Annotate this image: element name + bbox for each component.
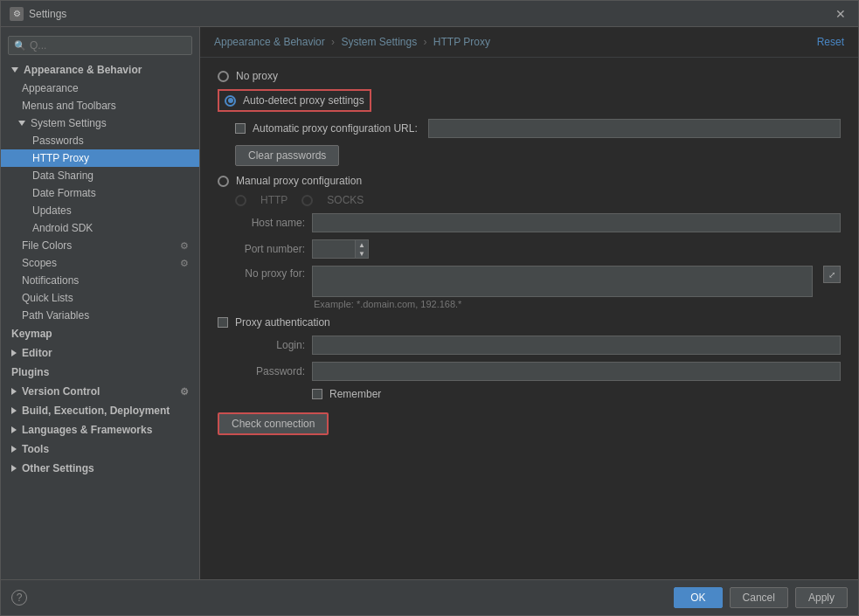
check-connection-row: Check connection [218,412,841,435]
search-input[interactable] [30,39,186,52]
sidebar-item-plugins[interactable]: Plugins [1,363,199,382]
no-proxy-radio[interactable] [218,71,229,82]
sidebar-item-file-colors[interactable]: File Colors ⚙ [1,237,199,254]
ok-button[interactable]: OK [674,587,722,608]
manual-proxy-radio[interactable] [218,176,229,187]
manual-proxy-row: Manual proxy configuration [218,175,841,187]
host-name-label: Host name: [218,217,305,229]
remember-label: Remember [329,388,381,400]
titlebar-left: ⚙ Settings [10,7,66,21]
sidebar-item-notifications[interactable]: Notifications [1,272,199,289]
clear-passwords-row: Clear passwords [218,145,841,166]
example-text: Example: *.domain.com, 192.168.* [218,299,841,309]
sidebar-item-date-formats[interactable]: Date Formats [1,184,199,202]
expand-icon [11,426,17,433]
sidebar-item-http-proxy[interactable]: HTTP Proxy [1,149,199,167]
no-proxy-for-label: No proxy for: [218,266,305,280]
reset-link[interactable]: Reset [817,36,844,48]
proxy-settings-content: No proxy Auto-detect proxy settings Auto… [200,58,858,579]
content-area: 🔍 Appearance & Behavior Appearance Menus… [1,27,858,579]
sidebar-item-appearance-behavior[interactable]: Appearance & Behavior [1,60,199,80]
sidebar-item-editor[interactable]: Editor [1,343,199,363]
spinner-up-button[interactable]: ▲ [356,240,368,249]
sidebar-item-system-settings[interactable]: System Settings [1,114,199,132]
host-name-row: Host name: [218,213,841,232]
sidebar-item-menus-toolbars[interactable]: Menus and Toolbars [1,97,199,114]
breadcrumb-sep1: › [331,36,335,48]
port-spinner: 80 ▲ ▼ [312,239,369,259]
port-number-row: Port number: 80 ▲ ▼ [218,239,841,259]
manual-proxy-label: Manual proxy configuration [236,175,362,187]
port-number-label: Port number: [218,243,305,255]
sidebar-item-data-sharing[interactable]: Data Sharing [1,167,199,184]
system-settings-group: System Settings Passwords HTTP Proxy Dat… [1,114,199,237]
sidebar-item-path-variables[interactable]: Path Variables [1,307,199,324]
bottom-bar: ? OK Cancel Apply [1,579,858,615]
scopes-settings-icon: ⚙ [180,258,189,269]
expand-button[interactable]: ⤢ [823,266,841,283]
main-panel: Appearance & Behavior › System Settings … [200,27,858,579]
expand-icon [11,350,17,356]
sidebar-item-passwords[interactable]: Passwords [1,132,199,149]
cancel-button[interactable]: Cancel [730,587,788,608]
auto-config-checkbox[interactable] [235,123,246,134]
no-proxy-row: No proxy [218,70,841,82]
check-connection-button[interactable]: Check connection [218,412,329,435]
breadcrumb-part3: HTTP Proxy [433,36,490,48]
auto-config-url-input[interactable] [428,119,841,138]
sidebar-item-keymap[interactable]: Keymap [1,324,199,343]
clear-passwords-button[interactable]: Clear passwords [235,145,339,166]
login-input[interactable] [312,336,841,355]
auto-config-row: Automatic proxy configuration URL: [218,119,841,138]
sidebar-item-tools[interactable]: Tools [1,440,199,459]
auto-detect-radio[interactable] [225,95,236,107]
settings-dialog: ⚙ Settings ✕ 🔍 Appearance & Behavior App… [0,0,859,616]
breadcrumb-sep2: › [423,36,426,48]
help-button[interactable]: ? [11,590,27,606]
password-input[interactable] [312,362,841,381]
expand-icon [11,67,18,73]
sidebar: 🔍 Appearance & Behavior Appearance Menus… [1,27,200,579]
expand-icon [11,407,17,414]
spinner-buttons: ▲ ▼ [356,239,369,259]
expand-icon [11,465,17,472]
breadcrumb-text: Appearance & Behavior › System Settings … [214,36,490,48]
http-radio[interactable] [235,195,246,206]
vc-settings-icon: ⚙ [180,386,189,398]
spinner-down-button[interactable]: ▼ [356,249,368,258]
sidebar-item-scopes[interactable]: Scopes ⚙ [1,254,199,272]
sidebar-item-build-execution[interactable]: Build, Execution, Deployment [1,401,199,420]
apply-button[interactable]: Apply [795,587,848,608]
sidebar-item-quick-lists[interactable]: Quick Lists [1,289,199,307]
no-proxy-label: No proxy [236,70,278,82]
remember-checkbox[interactable] [312,389,322,399]
close-button[interactable]: ✕ [832,5,849,23]
remember-row: Remember [218,388,841,400]
proxy-auth-checkbox[interactable] [218,317,228,328]
port-input[interactable]: 80 [312,239,356,259]
expand-icon [18,121,25,126]
sidebar-item-other-settings[interactable]: Other Settings [1,459,199,478]
socks-label: SOCKS [327,194,364,206]
sidebar-item-languages-frameworks[interactable]: Languages & Frameworks [1,420,199,440]
sidebar-item-version-control[interactable]: Version Control ⚙ [1,382,199,401]
no-proxy-for-input[interactable] [312,266,813,297]
sidebar-item-updates[interactable]: Updates [1,202,199,219]
search-box[interactable]: 🔍 [8,36,192,55]
socks-radio[interactable] [301,195,313,206]
no-proxy-for-row: No proxy for: ⤢ [218,266,841,297]
host-name-input[interactable] [312,213,841,232]
http-label: HTTP [260,194,287,206]
breadcrumb-part2: System Settings [341,36,417,48]
auto-detect-label: Auto-detect proxy settings [243,94,364,107]
breadcrumb: Appearance & Behavior › System Settings … [200,27,858,58]
file-colors-settings-icon: ⚙ [180,240,189,252]
breadcrumb-part1: Appearance & Behavior [214,36,325,48]
sidebar-item-android-sdk[interactable]: Android SDK [1,219,199,237]
titlebar: ⚙ Settings ✕ [1,1,858,27]
login-label: Login: [218,339,305,351]
sidebar-item-appearance[interactable]: Appearance [1,80,199,97]
password-label: Password: [218,365,305,377]
bottom-buttons: OK Cancel Apply [674,587,848,608]
search-icon: 🔍 [14,40,26,52]
